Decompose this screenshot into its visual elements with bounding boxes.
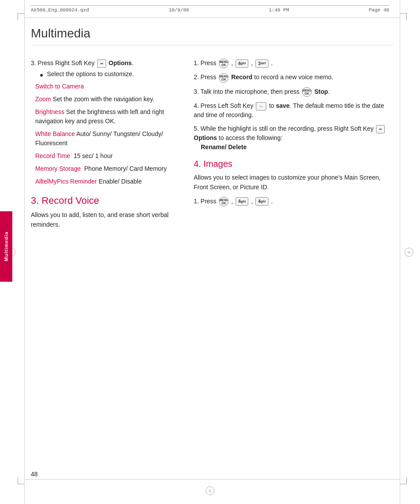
menu-ok-key-3: MENUOK xyxy=(302,87,312,97)
corner-mark-tl xyxy=(18,13,25,20)
side-tab: Multimedia xyxy=(0,211,12,282)
right-step-5: 5. While the highlight is still on the r… xyxy=(194,124,394,152)
feature-alltel-reminder: AlltelMyPics Reminder Enable/ Disable xyxy=(35,177,181,186)
corner-mark-br xyxy=(400,477,407,484)
header-time: 1:48 PM xyxy=(269,7,289,13)
right-step-3: 3. Talk into the microphone, then press … xyxy=(194,87,394,97)
right-step-4-text: 4. Press Left Soft Key xyxy=(194,102,255,109)
step2-bold: Record xyxy=(231,74,252,81)
header-page: Page 48 xyxy=(369,7,389,13)
key-4ghi-1: 4 ghi xyxy=(236,59,249,68)
feature-name-switch: Switch to Camera xyxy=(35,83,84,90)
feature-name-memory: Memory Storage xyxy=(35,165,81,172)
comma-2: , xyxy=(251,59,254,66)
menu-ok-key-1: MENUOK xyxy=(219,59,228,68)
right-column: 1. Press MENUOK , 4 ghi , 3 def . 2. Pre… xyxy=(194,59,394,234)
step2-suffix: to record a new voice memo. xyxy=(254,74,333,81)
key-4ghi-img-1: 4 ghi xyxy=(236,197,249,206)
header-date: 10/9/08 xyxy=(169,7,189,13)
feature-brightness: Brightness Set the brightness with left … xyxy=(35,107,181,126)
page-wrapper: AX500_Eng_080924.qxd 10/9/08 1:48 PM Pag… xyxy=(0,0,420,504)
step5-list: Rename/ Delete xyxy=(201,143,247,151)
feature-alltel-desc: Enable/ Disable xyxy=(97,178,142,185)
two-column-layout: 3. Press Right Soft Key ━ Options. ● Sel… xyxy=(31,59,394,234)
feature-zoom: Zoom Set the zoom with the navigation ke… xyxy=(35,95,181,104)
step-3-item: 3. Press Right Soft Key ━ Options. xyxy=(31,59,181,68)
step3-period: . xyxy=(328,88,330,95)
feature-switch-to-camera: Switch to Camera xyxy=(35,82,181,91)
record-voice-body: Allows you to add, listen to, and erase … xyxy=(31,210,181,230)
feature-white-balance: White Balance Auto/ Sunny/ Tungsten/ Clo… xyxy=(35,129,181,148)
images-step-1: 1. Press MENUOK , 4 ghi , 4 ghi . xyxy=(194,197,394,206)
images-body: Allows you to select images to customize… xyxy=(194,173,394,192)
right-soft-key-icon-5: ━ xyxy=(376,125,385,133)
feature-name-zoom: Zoom xyxy=(35,96,51,103)
menu-ok-key-2: MENUOK xyxy=(219,73,228,83)
feature-memory-desc: Phone Memory/ Card Memory xyxy=(81,165,166,172)
bullet-customize: ● Select the options to customize. xyxy=(40,70,181,78)
left-column: 3. Press Right Soft Key ━ Options. ● Sel… xyxy=(31,59,181,234)
key-4ghi-img-2: 4 ghi xyxy=(255,197,269,206)
header-bar: AX500_Eng_080924.qxd 10/9/08 1:48 PM Pag… xyxy=(31,5,389,13)
feature-record-time-desc: 15 sec/ 1 hour xyxy=(70,152,113,159)
images-period: . xyxy=(271,198,273,205)
bottom-registration-mark xyxy=(206,486,214,495)
feature-memory-storage: Memory Storage Phone Memory/ Card Memory xyxy=(35,164,181,173)
right-step-2: 2. Press MENUOK Record to record a new v… xyxy=(194,73,394,82)
step5-options-bold: Options xyxy=(194,134,217,141)
right-step-2-text: 2. Press xyxy=(194,74,218,81)
step-3-label: 3. Press Right Soft Key xyxy=(31,59,96,66)
right-divider xyxy=(400,0,400,504)
right-step-3-text: 3. Talk into the microphone, then press xyxy=(194,88,301,95)
page-number: 48 xyxy=(31,471,38,478)
right-step-1: 1. Press MENUOK , 4 ghi , 3 def . xyxy=(194,59,394,68)
step4-to: to xyxy=(269,102,276,109)
images-comma-2: , xyxy=(251,198,254,205)
side-tab-label: Multimedia xyxy=(4,232,9,261)
feature-name-wb: White Balance xyxy=(35,130,75,137)
step-3-options-bold: Options xyxy=(109,59,132,66)
images-section: 4. Images Allows you to select images to… xyxy=(194,159,394,206)
corner-mark-tr xyxy=(400,13,407,20)
images-comma-1: , xyxy=(231,198,235,205)
menu-ok-key-img: MENUOK xyxy=(219,197,228,206)
bottom-divider xyxy=(24,479,400,480)
record-voice-section: 3. Record Voice Allows you to add, liste… xyxy=(31,195,181,230)
right-step-5-text: 5. While the highlight is still on the r… xyxy=(194,125,375,132)
left-divider xyxy=(24,0,25,504)
right-registration-mark xyxy=(405,248,413,257)
images-step-1-text: 1. Press xyxy=(194,198,218,205)
right-soft-key-icon: ━ xyxy=(97,59,106,68)
content-area: Multimedia 3. Press Right Soft Key ━ Opt… xyxy=(31,26,394,469)
step-3-suffix: . xyxy=(132,59,133,66)
header-filename: AX500_Eng_080924.qxd xyxy=(31,7,89,13)
comma-1: , xyxy=(231,59,235,66)
feature-name-record-time: Record Time xyxy=(35,152,70,159)
step4-save-bold: save xyxy=(276,102,290,109)
feature-name-alltel: AlltelMyPics Reminder xyxy=(35,178,97,185)
record-voice-heading: 3. Record Voice xyxy=(31,195,181,206)
left-soft-key-icon: ← xyxy=(256,102,266,110)
corner-mark-bl xyxy=(18,477,25,484)
top-divider xyxy=(24,18,400,18)
right-step-1-text: 1. Press xyxy=(194,59,218,66)
bullet-dot: ● xyxy=(40,71,43,78)
step5-suffix: to access the following: xyxy=(219,134,283,141)
feature-record-time: Record Time 15 sec/ 1 hour xyxy=(35,151,181,161)
feature-name-brightness: Brightness xyxy=(35,108,64,115)
key-3def-1: 3 def xyxy=(255,59,269,68)
page-title: Multimedia xyxy=(31,26,394,45)
step3-bold: Stop xyxy=(314,88,328,95)
feature-zoom-desc: Set the zoom with the navigation key. xyxy=(51,96,155,103)
period-1: . xyxy=(271,59,273,66)
bullet-text: Select the options to customize. xyxy=(47,70,134,77)
right-step-4: 4. Press Left Soft Key ← to save. The de… xyxy=(194,101,394,120)
images-heading: 4. Images xyxy=(194,159,394,169)
